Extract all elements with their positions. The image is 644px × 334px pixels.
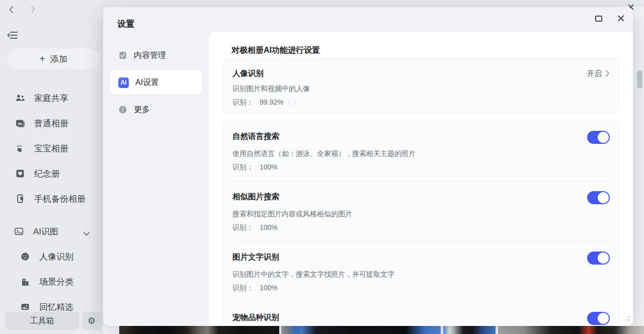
scene-icon xyxy=(20,277,30,287)
memorial-heart-icon xyxy=(15,169,25,179)
toolbox-label: 工具箱 xyxy=(30,316,54,326)
recognition-value: 100% xyxy=(260,222,278,232)
nav-item-content-management[interactable]: 内容管理 xyxy=(110,44,202,66)
toolbox-button[interactable]: 工具箱 xyxy=(5,312,79,330)
ai-badge-icon: Ai xyxy=(118,77,129,88)
feature-description: 使用自然语言（如：游泳、全家福），搜索相关主题的照片 xyxy=(232,148,610,158)
feature-description: 识别图片和视频中的人像 xyxy=(232,84,610,94)
toggle-knob xyxy=(598,192,609,203)
dialog-content-panel: 对极相册AI功能进行设置 人像识别 开启 识别图片和视频中的人像 识别： 99.… xyxy=(209,32,633,326)
nav-item-more[interactable]: 更多 xyxy=(110,99,202,121)
ai-features-card: 自然语言搜索 使用自然语言（如：游泳、全家福），搜索相关主题的照片 识别： 10… xyxy=(223,121,619,326)
sidebar: + 添加 家庭共享 普通相册 宝宝相册 xyxy=(0,0,103,334)
ai-image-icon: AI xyxy=(14,226,24,236)
settings-gear-button[interactable]: ⚙ xyxy=(82,312,101,330)
recognition-label: 识别： xyxy=(232,222,254,232)
album-icon xyxy=(15,118,25,128)
nav-item-label: 内容管理 xyxy=(134,50,166,61)
phone-backup-icon xyxy=(15,194,25,204)
sidebar-item-label: 纪念册 xyxy=(34,168,60,180)
sidebar-item-phone-backup[interactable]: 手机备份相册 xyxy=(0,186,103,211)
toggle-knob xyxy=(598,253,609,264)
more-icon xyxy=(118,105,127,114)
sidebar-item-scene-classification[interactable]: 场景分类 xyxy=(0,269,103,294)
recognition-label: 识别： xyxy=(232,162,254,172)
chevron-down-icon[interactable] xyxy=(83,229,90,239)
chevron-right-icon xyxy=(605,70,610,77)
sidebar-item-label: 回忆精选 xyxy=(39,301,73,313)
feature-title: 相似图片搜索 xyxy=(232,191,279,202)
photo-thumbnail xyxy=(443,326,496,334)
feature-title: 宠物品种识别 xyxy=(232,312,279,323)
sidebar-item-label: 手机备份相册 xyxy=(34,193,86,205)
feature-row: 相似图片搜索 搜索和指定图片内容或风格相似的图片 识别： 100% xyxy=(232,181,610,241)
recognition-value: 100% xyxy=(260,283,278,293)
feature-row: 自然语言搜索 使用自然语言（如：游泳、全家福），搜索相关主题的照片 识别： 10… xyxy=(232,121,610,181)
sidebar-item-label: 人像识别 xyxy=(39,251,73,263)
photo-thumbnail xyxy=(498,326,644,334)
toggle-switch[interactable] xyxy=(587,131,610,144)
svg-text:AI: AI xyxy=(19,231,22,234)
recognition-value: 100% xyxy=(260,162,278,172)
document-icon xyxy=(118,51,127,60)
sidebar-item-memorial-album[interactable]: 纪念册 xyxy=(0,161,103,186)
feature-row: 宠物品种识别 识别猫和狗的品种 识别： 100.00% 重新计算 xyxy=(232,302,610,326)
sidebar-item-family-share[interactable]: 家庭共享 xyxy=(0,86,103,111)
progress-spinner-icon xyxy=(288,99,296,106)
sidebar-item-label: 普通相册 xyxy=(34,118,68,129)
back-arrow-icon[interactable] xyxy=(7,5,16,14)
toggle-knob xyxy=(598,132,609,143)
recognition-value: 99.92% xyxy=(260,97,283,107)
scrollbar-thumb[interactable] xyxy=(637,70,642,89)
feature-title: 人像识别 xyxy=(232,68,264,79)
sidebar-item-face-recognition[interactable]: 人像识别 xyxy=(0,244,103,269)
nav-item-label: 更多 xyxy=(134,105,150,115)
sidebar-item-label: 宝宝相册 xyxy=(34,143,68,154)
toggle-switch[interactable] xyxy=(587,252,610,265)
sidebar-item-label: 家庭共享 xyxy=(34,93,68,104)
sidebar-group-label: AI识图 xyxy=(33,226,58,237)
photo-thumbnail-strip xyxy=(103,326,644,334)
face-recognition-card[interactable]: 人像识别 开启 识别图片和视频中的人像 识别： 99.92% xyxy=(223,59,619,113)
forward-arrow-icon[interactable] xyxy=(28,5,37,14)
resize-grip[interactable] xyxy=(623,316,630,323)
nav-item-ai-settings[interactable]: Ai AI设置 xyxy=(110,70,202,95)
feature-title: 自然语言搜索 xyxy=(232,131,279,142)
settings-dialog: 设置 ✕ 内容管理 Ai AI设置 更多 对极相册AI功能进行设置 xyxy=(103,7,633,326)
app-window: ✕ + 添加 家庭共享 xyxy=(0,0,644,334)
recognition-label: 识别： xyxy=(232,283,254,293)
toggle-knob xyxy=(598,313,609,324)
face-icon xyxy=(20,252,30,262)
sidebar-group-ai-recognition[interactable]: AI AI识图 xyxy=(0,219,103,244)
gear-icon: ⚙ xyxy=(88,315,96,326)
toggle-switch[interactable] xyxy=(587,312,610,325)
toggle-switch[interactable] xyxy=(587,191,610,204)
nav-item-label: AI设置 xyxy=(135,77,159,88)
add-button[interactable]: + 添加 xyxy=(6,48,101,70)
sidebar-item-baby-album[interactable]: 宝宝相册 xyxy=(0,136,103,161)
panel-heading: 对极相册AI功能进行设置 xyxy=(231,45,320,56)
feature-row: 图片文字识别 识别图片中的文字，搜索文字找照片，并可提取文字 识别： 100% xyxy=(232,241,610,302)
sidebar-item-label: 场景分类 xyxy=(39,276,73,288)
dialog-title: 设置 xyxy=(117,18,134,30)
memories-icon xyxy=(20,302,30,312)
feature-description: 识别图片中的文字，搜索文字找照片，并可提取文字 xyxy=(232,269,610,279)
baby-footprint-icon xyxy=(15,143,25,153)
family-share-icon xyxy=(15,93,25,103)
plus-icon: + xyxy=(39,54,45,64)
feature-title: 图片文字识别 xyxy=(232,252,279,263)
sidebar-item-normal-album[interactable]: 普通相册 xyxy=(0,111,103,136)
add-button-label: 添加 xyxy=(50,53,67,65)
face-recognition-status[interactable]: 开启 xyxy=(587,68,610,79)
photo-thumbnail xyxy=(281,326,441,334)
photo-thumbnail xyxy=(119,326,279,334)
dialog-close-icon[interactable]: ✕ xyxy=(614,12,627,25)
feature-description: 搜索和指定图片内容或风格相似的图片 xyxy=(232,209,610,219)
collapse-sidebar-icon[interactable] xyxy=(7,29,19,41)
status-label: 开启 xyxy=(587,68,602,79)
maximize-icon[interactable] xyxy=(595,16,602,22)
recognition-label: 识别： xyxy=(232,97,254,107)
dialog-nav: 内容管理 Ai AI设置 更多 xyxy=(103,44,209,125)
